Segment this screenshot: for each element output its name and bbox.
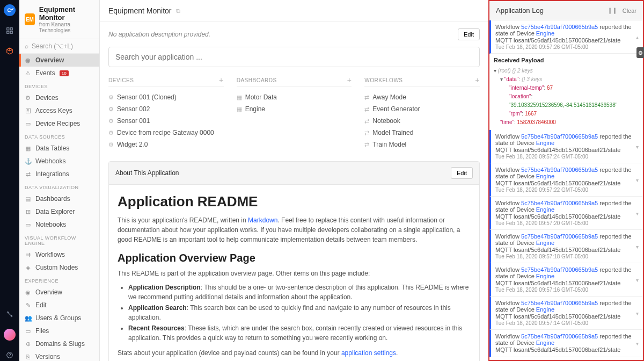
chevron-down-icon: ▾ [636, 243, 639, 249]
sidebar-item-overview[interactable]: ◉Overview [19, 54, 99, 67]
payload-block: Received Payload ▾ (root) {} 2 keys ▾ "d… [489, 54, 643, 130]
sidebar-item-dashboards[interactable]: ▤Dashboards [19, 192, 99, 205]
sidebar-item-label: Webhooks [35, 157, 65, 165]
grid-icon[interactable] [4, 25, 16, 37]
sidebar-item-notebooks[interactable]: ▭Notebooks [19, 218, 99, 231]
sidebar-item-versions[interactable]: ⎘Versions [19, 350, 99, 361]
readme-bullets: Application Description: This should be … [128, 283, 471, 343]
sidebar-item-device-recipes[interactable]: ▭Device Recipes [19, 117, 99, 130]
sidebar-item-label: Device Recipes [35, 120, 80, 127]
search-icon: ⌕ [25, 42, 28, 50]
sidebar-item-data-tables[interactable]: ▦Data Tables [19, 142, 99, 155]
log-entry[interactable]: Workflow 5c75be47b90af7000665b9a5 report… [489, 130, 643, 163]
resource-icon: ⇄ [364, 106, 369, 113]
logo-icon[interactable] [4, 4, 16, 16]
settings-link[interactable]: application settings [341, 349, 396, 357]
sidebar-item-custom-nodes[interactable]: ◈Custom Nodes [19, 261, 99, 274]
sidebar-item-events[interactable]: ⚠Events10 [19, 67, 99, 80]
resource-item[interactable]: ⇄Notebook [364, 115, 480, 127]
log-entry[interactable]: Workflow 5c75be47b90af7000665b9a5 report… [489, 297, 643, 330]
avatar[interactable] [4, 329, 16, 341]
connect-icon[interactable] [4, 308, 16, 320]
log-entry[interactable]: Workflow 5c75be47b90af7000665b9a5 report… [489, 20, 643, 54]
resource-label: Sensor 001 [117, 117, 150, 125]
eye-icon: ◉ [25, 289, 31, 296]
card-icon: ▭ [25, 120, 31, 127]
gear-icon: ⚙ [25, 95, 31, 102]
resource-icon: ▦ [237, 94, 242, 101]
resource-item[interactable]: ⚙Widget 2.0 [108, 139, 224, 150]
sidebar-item-label: Versions [35, 353, 60, 360]
log-panel: Application Log ❙❙ Clear Workflow 5c75be… [488, 0, 644, 361]
resource-icon: ⚙ [108, 94, 114, 101]
edit-readme-button[interactable]: Edit [451, 167, 473, 179]
sidebar-section: EXPERIENCE [19, 274, 99, 286]
sidebar-item-access-keys[interactable]: ⚿Access Keys [19, 104, 99, 117]
sidebar-item-overview[interactable]: ◉Overview [19, 286, 99, 299]
svg-rect-3 [10, 31, 12, 33]
pause-button[interactable]: ❙❙ [608, 7, 617, 14]
resource-item[interactable]: ⚙Sensor 002 [108, 103, 224, 115]
resource-icon: ⚙ [108, 129, 114, 136]
main: Equipment Monitor ⧉ No application descr… [100, 0, 488, 361]
column-title: DASHBOARDS [237, 77, 277, 83]
sidebar-item-label: Data Tables [35, 145, 69, 152]
about-box: About This Application Edit Application … [108, 161, 480, 361]
resource-icon: ⇄ [364, 118, 369, 125]
sidebar-item-label: Integrations [35, 170, 69, 178]
resource-item[interactable]: ⇄Model Trained [364, 127, 480, 139]
app-search-input[interactable] [108, 47, 480, 67]
resource-label: Device from recipe Gateway 0000 [117, 129, 214, 136]
resource-icon: ⇄ [364, 141, 369, 148]
sidebar-item-domains-slugs[interactable]: ⊕Domains & Slugs [19, 337, 99, 350]
log-entry[interactable]: Workflow 5c75be47b90af7000665b9a5 report… [489, 197, 643, 230]
resource-item[interactable]: ⚙Sensor 001 (Cloned) [108, 91, 224, 103]
sidebar-item-label: Devices [35, 94, 58, 102]
svg-point-4 [7, 312, 8, 313]
resource-icon: ⚙ [108, 118, 114, 125]
search-placeholder: Search (⌥+L) [32, 42, 73, 50]
sidebar-item-label: Workflows [35, 251, 65, 258]
log-entry[interactable]: Workflow 5c75be47b90af7000665b9a5 report… [489, 230, 643, 263]
readme-bullet: Recent Resources: These lists, which are… [128, 323, 471, 343]
sidebar-item-edit[interactable]: ✎Edit [19, 299, 99, 312]
add-icon[interactable]: + [219, 76, 224, 84]
resource-label: Engine [245, 105, 265, 113]
edit-description-button[interactable]: Edit [458, 28, 480, 40]
column-workflows: WORKFLOWS+⇄Away Mode⇄Event Generator⇄Not… [364, 76, 480, 150]
resource-icon: ⚙ [108, 106, 114, 113]
resource-item[interactable]: ⇄Away Mode [364, 91, 480, 103]
sidebar-item-integrations[interactable]: ⇄Integrations [19, 168, 99, 180]
sidebar-search[interactable]: ⌕ Search (⌥+L) [19, 39, 99, 54]
log-entry[interactable]: Workflow 5c75be47b90af7000665b9a5 report… [489, 330, 643, 357]
resource-item[interactable]: ⚙Sensor 001 [108, 115, 224, 127]
resource-item[interactable]: ⇄Event Generator [364, 103, 480, 115]
sidebar-item-data-explorer[interactable]: ⊞Data Explorer [19, 205, 99, 218]
sidebar-item-webhooks[interactable]: ⚓Webhooks [19, 155, 99, 168]
column-devices: DEVICES+⚙Sensor 001 (Cloned)⚙Sensor 002⚙… [108, 76, 224, 150]
log-entry[interactable]: Workflow 5c75be47b90af7000665b9a5 report… [489, 163, 643, 197]
clear-button[interactable]: Clear [623, 8, 636, 14]
add-icon[interactable]: + [475, 76, 480, 84]
copy-icon[interactable]: ⧉ [176, 8, 180, 15]
readme-bullet: Application Search: This search box can … [128, 303, 471, 322]
cube-icon[interactable] [4, 45, 16, 57]
resource-item[interactable]: ⇄Train Model [364, 139, 480, 150]
resource-icon: ⇄ [364, 129, 369, 136]
help-icon[interactable] [4, 349, 16, 361]
resource-item[interactable]: ▦Motor Data [237, 91, 352, 103]
settings-gear-icon[interactable]: ⚙ [636, 47, 644, 58]
chevron-down-icon: ▾ [636, 177, 639, 183]
sidebar-item-files[interactable]: ▭Files [19, 324, 99, 337]
log-entry[interactable]: Workflow 5c75be47b90af7000665b9a5 report… [489, 263, 643, 297]
app-description: No application description provided. [108, 31, 458, 38]
resource-item[interactable]: ⚙Device from recipe Gateway 0000 [108, 127, 224, 139]
sidebar-item-workflows[interactable]: ⇉Workflows [19, 248, 99, 261]
sidebar-item-devices[interactable]: ⚙Devices [19, 91, 99, 104]
add-icon[interactable]: + [347, 76, 352, 84]
ver-icon: ⎘ [25, 353, 31, 360]
sidebar-item-users-groups[interactable]: 👥Users & Groups [19, 312, 99, 324]
resource-item[interactable]: ▦Engine [237, 103, 352, 115]
markdown-link[interactable]: Markdown [248, 216, 277, 224]
resource-label: Train Model [372, 141, 406, 148]
